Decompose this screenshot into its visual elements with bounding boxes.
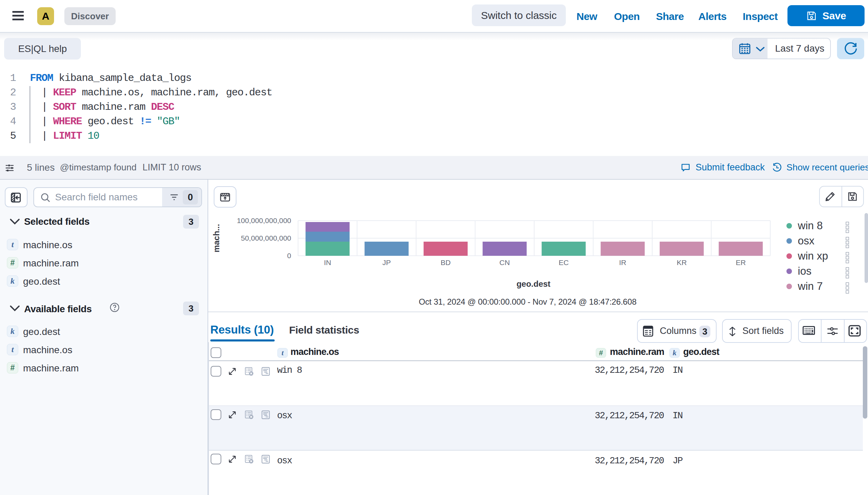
svg-text:ios: ios (798, 265, 812, 277)
svg-text:CN: CN (499, 259, 510, 266)
svg-text:win 7: win 7 (797, 280, 823, 292)
svg-text:ER: ER (736, 259, 746, 266)
svg-text:IN: IN (324, 259, 331, 266)
svg-text:50,000,000,000: 50,000,000,000 (241, 234, 291, 242)
svg-text:BD: BD (441, 259, 451, 266)
svg-text:Oct 31, 2024 @ 00:00:00.000 -: Oct 31, 2024 @ 00:00:00.000 - Nov 7, 202… (419, 297, 637, 306)
svg-text:win 8: win 8 (797, 220, 823, 232)
svg-text:osx: osx (798, 235, 815, 247)
svg-text:geo.dest: geo.dest (517, 279, 551, 288)
svg-text:EC: EC (559, 259, 569, 266)
svg-text:KR: KR (677, 259, 687, 266)
svg-text:win xp: win xp (797, 250, 828, 262)
svg-text:JP: JP (382, 259, 391, 266)
svg-text:100,000,000,000: 100,000,000,000 (237, 217, 291, 224)
svg-text:0: 0 (287, 252, 291, 260)
svg-text:mach...: mach... (212, 224, 221, 253)
svg-text:IR: IR (619, 259, 626, 266)
